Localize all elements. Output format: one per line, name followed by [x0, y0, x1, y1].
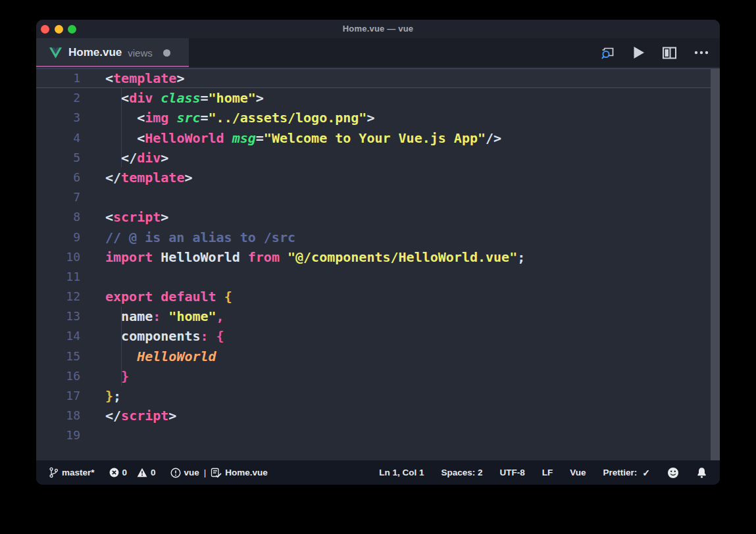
code-text: // @ is an alias to /src — [80, 228, 295, 247]
code-line[interactable]: 8<script> — [36, 207, 720, 227]
code-text: components: { — [80, 326, 224, 346]
line-number: 8 — [36, 207, 80, 227]
code-text: name: "home", — [80, 306, 224, 326]
code-line[interactable]: 6</template> — [36, 168, 720, 187]
end-of-line[interactable]: LF — [542, 468, 553, 477]
code-text — [80, 425, 105, 445]
code-text: }; — [80, 386, 121, 406]
line-number: 10 — [36, 247, 80, 267]
code-line[interactable]: 18</script> — [36, 406, 720, 425]
line-number: 4 — [36, 128, 80, 148]
more-actions-icon[interactable] — [694, 51, 709, 55]
line-number: 9 — [36, 228, 80, 247]
info-icon — [170, 468, 181, 478]
scrollbar-thumb[interactable] — [711, 68, 720, 460]
vue-logo-icon — [49, 47, 62, 59]
formatter-status[interactable]: Prettier: ✓ — [603, 468, 651, 478]
check-icon: ✓ — [642, 468, 650, 478]
tab-bar: Home.vue views — [36, 38, 720, 67]
code-text: <script> — [80, 207, 168, 227]
line-number: 13 — [36, 306, 80, 326]
warning-count: 0 — [151, 468, 156, 477]
code-line[interactable]: 17}; — [36, 386, 720, 406]
run-file-icon[interactable] — [633, 46, 645, 59]
code-text: } — [80, 366, 129, 386]
code-line[interactable]: 4 <HelloWorld msg="Welcome to Your Vue.j… — [36, 128, 720, 148]
code-text — [80, 267, 105, 287]
line-number: 7 — [36, 187, 80, 207]
code-line[interactable]: 11 — [36, 267, 720, 287]
code-text: <img src="../assets/logo.png"> — [80, 108, 374, 128]
code-text: </div> — [80, 148, 168, 168]
code-line[interactable]: 5 </div> — [36, 148, 720, 168]
indentation-setting[interactable]: Spaces: 2 — [441, 468, 482, 477]
vscode-window: Home.vue — vue Home.vue views — [36, 20, 720, 485]
line-number: 2 — [36, 88, 80, 108]
line-number: 14 — [36, 326, 80, 346]
git-branch-icon — [49, 467, 59, 478]
line-number: 5 — [36, 148, 80, 168]
status-bar: master* 0 — [36, 460, 720, 485]
lint-label: vue — [184, 468, 199, 477]
line-number: 11 — [36, 267, 80, 287]
title-bar[interactable]: Home.vue — vue — [36, 20, 720, 38]
line-number: 1 — [36, 68, 80, 88]
line-number: 17 — [36, 386, 80, 406]
code-editor[interactable]: 1<template>2 <div class="home">3 <img sr… — [36, 67, 720, 460]
modified-indicator-icon — [163, 49, 170, 57]
code-lines: 1<template>2 <div class="home">3 <img sr… — [36, 68, 720, 446]
code-text: <template> — [80, 68, 184, 88]
line-number: 6 — [36, 168, 80, 187]
formatter-label: Prettier: — [603, 468, 638, 477]
lint-file-name: Home.vue — [225, 468, 268, 477]
feedback-smiley-icon[interactable] — [667, 467, 679, 479]
file-encoding[interactable]: UTF-8 — [499, 468, 524, 477]
checklist-icon — [211, 468, 222, 478]
code-line[interactable]: 19 — [36, 425, 720, 445]
code-text: <HelloWorld msg="Welcome to Your Vue.js … — [80, 128, 501, 148]
open-preview-icon[interactable] — [600, 45, 615, 61]
code-line[interactable]: 9// @ is an alias to /src — [36, 228, 720, 247]
line-number: 18 — [36, 406, 80, 425]
code-line[interactable]: 15 HelloWorld — [36, 347, 720, 366]
code-line[interactable]: 14 components: { — [36, 326, 720, 346]
code-line[interactable]: 1<template> — [36, 68, 720, 88]
code-text — [80, 187, 105, 207]
code-text: export default { — [80, 287, 232, 306]
code-line[interactable]: 7 — [36, 187, 720, 207]
line-number: 19 — [36, 425, 80, 445]
code-text: </template> — [80, 168, 192, 187]
errors-icon — [109, 468, 119, 477]
line-number: 16 — [36, 366, 80, 386]
git-branch-indicator[interactable]: master* — [49, 467, 95, 478]
tab-label: Home.vue — [68, 46, 122, 59]
code-text: </script> — [80, 406, 176, 425]
line-number: 12 — [36, 287, 80, 306]
code-text: HelloWorld — [80, 347, 216, 366]
code-text: import HelloWorld from "@/components/Hel… — [80, 247, 525, 267]
line-number: 15 — [36, 347, 80, 366]
split-editor-icon[interactable] — [663, 47, 676, 59]
screenshot-canvas: Home.vue — vue Home.vue views — [0, 0, 756, 534]
tab-home-vue[interactable]: Home.vue views — [36, 38, 189, 67]
editor-actions — [600, 38, 720, 67]
status-left: master* 0 — [49, 467, 268, 478]
code-line[interactable]: 2 <div class="home"> — [36, 88, 720, 108]
cursor-position[interactable]: Ln 1, Col 1 — [379, 468, 424, 477]
error-count: 0 — [122, 468, 128, 477]
vetur-lint-status[interactable]: vue | Home.vue — [170, 468, 268, 478]
language-mode[interactable]: Vue — [570, 468, 586, 477]
notifications-bell-icon[interactable] — [696, 467, 707, 479]
status-right: Ln 1, Col 1 Spaces: 2 UTF-8 LF Vue Prett… — [379, 467, 707, 479]
window-title: Home.vue — vue — [36, 20, 720, 38]
tab-detail: views — [128, 47, 153, 59]
code-line[interactable]: 12export default { — [36, 287, 720, 306]
code-text: <div class="home"> — [80, 88, 264, 108]
problems-indicator[interactable]: 0 0 — [109, 468, 156, 477]
code-line[interactable]: 10import HelloWorld from "@/components/H… — [36, 247, 720, 267]
code-line[interactable]: 13 name: "home", — [36, 306, 720, 326]
code-line[interactable]: 3 <img src="../assets/logo.png"> — [36, 108, 720, 128]
lint-separator: | — [204, 468, 207, 477]
code-line[interactable]: 16 } — [36, 366, 720, 386]
branch-name: master* — [62, 468, 95, 477]
